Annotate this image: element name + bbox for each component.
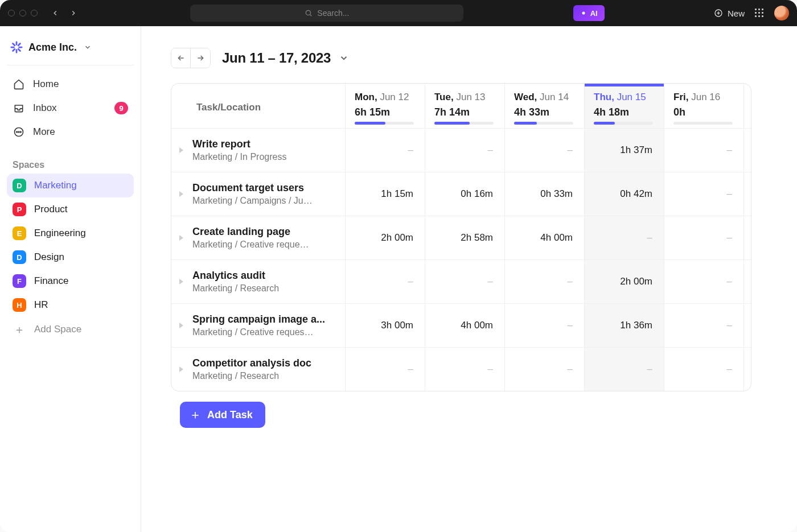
add-space-button[interactable]: ＋ Add Space xyxy=(7,317,134,342)
task-name: Document target users xyxy=(192,182,313,194)
time-cell[interactable]: – xyxy=(664,348,744,391)
sidebar-item-label: Home xyxy=(33,79,59,90)
space-item-finance[interactable]: FFinance xyxy=(7,269,134,293)
sidebar-item-label: More xyxy=(33,126,55,138)
task-path: Marketing / Research xyxy=(192,283,279,294)
time-cell[interactable]: – xyxy=(346,129,425,172)
time-cell[interactable]: – xyxy=(664,129,744,172)
expand-icon[interactable] xyxy=(179,279,183,284)
time-cell[interactable]: – xyxy=(664,216,744,259)
sidebar-item-home[interactable]: Home xyxy=(7,72,134,96)
space-color-icon: P xyxy=(13,203,26,216)
expand-icon[interactable] xyxy=(179,323,183,328)
task-cell[interactable]: Spring campaign image a...Marketing / Cr… xyxy=(171,304,346,347)
time-cell[interactable]: 0h 16m xyxy=(425,172,505,216)
sidebar: Acme Inc. Home Inbox 9 More Spaces DMark… xyxy=(0,26,141,532)
time-cell[interactable]: 3h 00m xyxy=(346,304,425,347)
plus-circle-icon xyxy=(714,9,723,18)
workspace-logo-icon xyxy=(10,41,23,53)
svg-point-0 xyxy=(306,10,311,15)
task-cell[interactable]: Competitor analysis docMarketing / Resea… xyxy=(171,348,346,391)
time-cell[interactable]: 0h 42m xyxy=(585,172,664,216)
task-path: Marketing / Creative reque… xyxy=(192,240,309,250)
time-cell[interactable]: – xyxy=(585,348,664,391)
date-range-row: Jun 11 – 17, 2023 xyxy=(171,48,797,68)
forward-button[interactable] xyxy=(66,8,81,18)
time-cell[interactable]: – xyxy=(346,348,425,391)
topbar: Search... AI New xyxy=(0,0,797,26)
time-cell[interactable]: – xyxy=(505,260,585,303)
window-controls[interactable] xyxy=(8,10,38,17)
day-header-thu[interactable]: Thu, Jun 154h 18m xyxy=(585,84,664,128)
time-cell[interactable]: 2h 00m xyxy=(585,260,664,303)
time-cell[interactable]: – xyxy=(425,260,505,303)
space-item-hr[interactable]: HHR xyxy=(7,293,134,317)
time-cell[interactable]: 4h 00m xyxy=(425,304,505,347)
expand-icon[interactable] xyxy=(179,191,183,197)
expand-icon[interactable] xyxy=(179,235,183,241)
spaces-list: DMarketingPProductEEngineeringDDesignFFi… xyxy=(7,174,134,317)
time-cell[interactable]: – xyxy=(505,348,585,391)
arrow-left-icon xyxy=(176,53,186,63)
time-cell[interactable]: 1h 37m xyxy=(585,129,664,172)
day-header-mon[interactable]: Mon, Jun 126h 15m xyxy=(346,84,425,128)
space-color-icon: D xyxy=(13,179,26,192)
expand-icon[interactable] xyxy=(179,147,183,153)
time-cell[interactable]: – xyxy=(505,129,585,172)
next-week-button[interactable] xyxy=(191,48,210,68)
day-header-wed[interactable]: Wed, Jun 144h 33m xyxy=(505,84,585,128)
expand-icon[interactable] xyxy=(179,366,183,372)
day-header-fri[interactable]: Fri, Jun 160h xyxy=(664,84,744,128)
time-cell[interactable]: 1h 15m xyxy=(346,172,425,216)
space-item-product[interactable]: PProduct xyxy=(7,197,134,221)
time-cell[interactable]: 2h 00m xyxy=(346,216,425,259)
sidebar-item-inbox[interactable]: Inbox 9 xyxy=(7,96,134,120)
space-color-icon: F xyxy=(13,274,26,288)
time-cell[interactable]: – xyxy=(346,260,425,303)
day-header-tue[interactable]: Tue, Jun 137h 14m xyxy=(425,84,505,128)
task-cell[interactable]: Write reportMarketing / In Progress xyxy=(171,129,346,172)
prev-week-button[interactable] xyxy=(171,48,191,68)
task-cell[interactable]: Create landing pageMarketing / Creative … xyxy=(171,216,346,259)
time-cell[interactable]: – xyxy=(664,304,744,347)
new-button[interactable]: New xyxy=(714,9,745,18)
add-task-button[interactable]: ＋ Add Task xyxy=(180,402,265,428)
space-item-marketing[interactable]: DMarketing xyxy=(7,174,134,197)
time-cell[interactable]: – xyxy=(585,216,664,259)
space-item-engineering[interactable]: EEngineering xyxy=(7,221,134,245)
date-range-title: Jun 11 – 17, 2023 xyxy=(222,50,331,66)
svg-point-15 xyxy=(17,131,18,133)
history-nav xyxy=(48,8,81,18)
ai-button[interactable]: AI xyxy=(573,5,605,21)
time-cell[interactable]: 1h 36m xyxy=(585,304,664,347)
spaces-heading: Spaces xyxy=(7,156,134,174)
time-cell[interactable]: – xyxy=(425,348,505,391)
apps-icon[interactable] xyxy=(755,9,764,18)
more-icon xyxy=(13,126,25,138)
time-cell[interactable]: 0h 33m xyxy=(505,172,585,216)
plus-icon: ＋ xyxy=(13,323,26,336)
space-item-design[interactable]: DDesign xyxy=(7,245,134,269)
time-cell[interactable]: – xyxy=(505,304,585,347)
task-row: Document target usersMarketing / Campaig… xyxy=(171,172,751,216)
timesheet-header: Task/Location Mon, Jun 126h 15mTue, Jun … xyxy=(171,84,751,128)
back-button[interactable] xyxy=(48,8,63,18)
search-placeholder: Search... xyxy=(317,9,349,18)
task-name: Write report xyxy=(192,138,286,150)
plus-icon: ＋ xyxy=(189,409,202,421)
search-input[interactable]: Search... xyxy=(190,5,463,22)
space-label: Finance xyxy=(34,275,68,287)
sidebar-item-label: Inbox xyxy=(33,102,57,114)
time-cell[interactable]: – xyxy=(425,129,505,172)
time-cell[interactable]: 4h 00m xyxy=(505,216,585,259)
chevron-down-icon[interactable] xyxy=(339,53,349,63)
time-cell[interactable]: – xyxy=(664,172,744,216)
workspace-switcher[interactable]: Acme Inc. xyxy=(7,36,134,65)
search-icon xyxy=(305,9,313,17)
time-cell[interactable]: – xyxy=(664,260,744,303)
avatar[interactable] xyxy=(774,6,789,20)
task-cell[interactable]: Analytics auditMarketing / Research xyxy=(171,260,346,303)
time-cell[interactable]: 2h 58m xyxy=(425,216,505,259)
sidebar-item-more[interactable]: More xyxy=(7,120,134,144)
task-cell[interactable]: Document target usersMarketing / Campaig… xyxy=(171,172,346,216)
